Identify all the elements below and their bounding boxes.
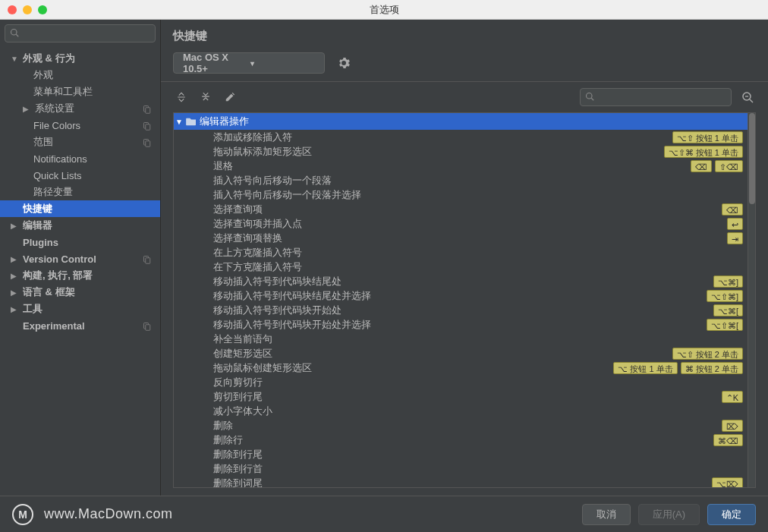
shortcut-chip: ⌘ 按钮 2 单击 [681, 362, 743, 374]
keymap-settings-button[interactable] [334, 53, 354, 73]
svg-rect-7 [146, 140, 150, 146]
action-row[interactable]: 插入符号向后移动一个段落 [174, 173, 748, 187]
sidebar-item-label: Plugins [23, 237, 142, 248]
sidebar-item-11[interactable]: Plugins [0, 234, 160, 250]
action-row[interactable]: 剪切到行尾⌃K [174, 389, 748, 404]
sidebar-item-13[interactable]: 构建, 执行, 部署 [0, 267, 160, 284]
scrollbar-thumb[interactable] [749, 113, 755, 204]
sidebar-item-label: 工具 [23, 302, 142, 316]
actions-search-input[interactable] [580, 88, 732, 106]
action-row[interactable]: 删除到行首 [174, 461, 748, 476]
action-label: 删除行 [174, 433, 713, 447]
watermark-text: www.MacDown.com [44, 506, 173, 522]
search-icon [10, 28, 19, 39]
keymap-select[interactable]: Mac OS X 10.5+ ▾ [173, 52, 325, 74]
shortcut-chip: ⇥ [727, 232, 743, 244]
svg-rect-3 [146, 107, 150, 113]
action-label: 删除到词尾 [174, 477, 712, 488]
action-row[interactable]: 在上方克隆插入符号 [174, 245, 748, 260]
action-label: 删除到行尾 [174, 448, 743, 461]
action-row[interactable]: 移动插入符号到代码块结尾处⌥⌘] [174, 274, 748, 288]
action-row[interactable]: 选择查询项⌫ [174, 202, 748, 216]
action-label: 剪切到行尾 [174, 390, 722, 404]
find-by-shortcut-button[interactable] [739, 89, 756, 105]
sidebar-item-label: 外观 [33, 68, 142, 82]
page-title: 快捷键 [173, 29, 756, 43]
action-row[interactable]: 移动插入符号到代码块开始处并选择⌥⇧⌘[ [174, 317, 748, 332]
action-row[interactable]: 添加或移除插入符⌥⇧ 按钮 1 单击 [174, 130, 748, 144]
sidebar-item-2[interactable]: 菜单和工具栏 [0, 83, 160, 100]
sidebar-item-8[interactable]: 路径变量 [0, 184, 160, 200]
zoom-window-button[interactable] [38, 5, 47, 14]
sidebar-search-field[interactable] [22, 28, 150, 39]
close-window-button[interactable] [8, 5, 17, 14]
action-row[interactable]: 删除行⌘⌫ [174, 433, 748, 447]
tree-arrow-icon: ▼ [174, 118, 184, 126]
action-label: 选择查询项并插入点 [174, 217, 727, 231]
action-group-header[interactable]: ▼编辑器操作 [174, 113, 748, 130]
expand-all-button[interactable] [173, 89, 190, 105]
sidebar-item-9[interactable]: 快捷键 [0, 200, 160, 217]
settings-content: 快捷键 Mac OS X 10.5+ ▾ [161, 20, 768, 496]
divider [161, 81, 768, 82]
sidebar-item-10[interactable]: 编辑器 [0, 217, 160, 234]
actions-list[interactable]: ▼编辑器操作添加或移除插入符⌥⇧ 按钮 1 单击拖动鼠标添加矩形选区⌥⇧⌘ 按钮… [174, 113, 748, 487]
collapse-all-button[interactable] [197, 89, 214, 105]
sidebar-item-7[interactable]: Quick Lists [0, 167, 160, 184]
settings-tree[interactable]: 外观 & 行为外观菜单和工具栏系统设置File Colors范围Notifica… [0, 47, 160, 496]
apply-button[interactable]: 应用(A) [638, 504, 700, 525]
action-row[interactable]: 选择查询项替换⇥ [174, 231, 748, 245]
action-row[interactable]: 插入符号向后移动一个段落并选择 [174, 187, 748, 202]
action-label: 退格 [174, 159, 691, 173]
scrollbar[interactable] [748, 113, 755, 487]
tree-arrow-icon [11, 255, 20, 263]
sidebar-item-label: 外观 & 行为 [23, 52, 142, 65]
action-row[interactable]: 拖动鼠标创建矩形选区⌥ 按钮 1 单击⌘ 按钮 2 单击 [174, 360, 748, 375]
action-row[interactable]: 删除⌦ [174, 418, 748, 433]
action-row[interactable]: 删除到行尾 [174, 447, 748, 461]
sidebar-item-15[interactable]: 工具 [0, 301, 160, 317]
action-row[interactable]: 拖动鼠标添加矩形选区⌥⇧⌘ 按钮 1 单击 [174, 144, 748, 159]
action-label: 移动插入符号到代码块开始处 [174, 304, 713, 317]
action-row[interactable]: 反向剪切行 [174, 375, 748, 389]
sidebar-item-1[interactable]: 外观 [0, 67, 160, 83]
sidebar-item-14[interactable]: 语言 & 框架 [0, 284, 160, 301]
sidebar-item-16[interactable]: Experimental [0, 317, 160, 334]
shortcut-chip: ⌫ [722, 203, 743, 216]
sidebar-item-12[interactable]: Version Control [0, 250, 160, 267]
sidebar-item-label: 快捷键 [23, 202, 142, 216]
minimize-window-button[interactable] [23, 5, 32, 14]
ok-button[interactable]: 确定 [707, 504, 756, 525]
shortcut-chip: ⌫ [691, 160, 712, 172]
sidebar-item-label: Version Control [23, 253, 142, 265]
action-row[interactable]: 退格⌫⇧⌫ [174, 159, 748, 173]
tree-arrow-icon [11, 272, 20, 280]
action-row[interactable]: 减小字体大小 [174, 404, 748, 418]
sidebar-item-0[interactable]: 外观 & 行为 [0, 50, 160, 67]
sidebar-item-4[interactable]: File Colors [0, 117, 160, 134]
actions-search-field[interactable] [597, 92, 726, 102]
shortcut-chip: ⌘⌫ [713, 434, 743, 446]
sidebar-item-3[interactable]: 系统设置 [0, 100, 160, 117]
action-row[interactable]: 在下方克隆插入符号 [174, 260, 748, 274]
svg-line-13 [591, 98, 593, 100]
cancel-button[interactable]: 取消 [582, 504, 631, 525]
action-row[interactable]: 移动插入符号到代码块开始处⌥⌘[ [174, 303, 748, 317]
action-label: 移动插入符号到代码块结尾处 [174, 275, 713, 288]
sidebar-item-5[interactable]: 范围 [0, 134, 160, 150]
action-row[interactable]: 选择查询项并插入点↩ [174, 216, 748, 231]
sidebar-item-label: 构建, 执行, 部署 [23, 269, 142, 282]
sidebar-item-6[interactable]: Notifications [0, 150, 160, 167]
action-row[interactable]: 移动插入符号到代码块结尾处并选择⌥⇧⌘] [174, 288, 748, 303]
sidebar-search-input[interactable] [5, 24, 156, 42]
sidebar-item-label: Experimental [23, 320, 142, 332]
action-row[interactable]: 删除到词尾⌥⌦ [174, 476, 748, 487]
find-shortcut-icon [741, 91, 754, 103]
shortcut-chip: ⌥⇧ 按钮 2 单击 [672, 348, 743, 360]
action-label: 在下方克隆插入符号 [174, 260, 743, 274]
action-label: 减小字体大小 [174, 405, 743, 418]
action-row[interactable]: 补全当前语句 [174, 332, 748, 346]
shortcut-chip: ⌥⇧ 按钮 1 单击 [672, 131, 743, 143]
action-row[interactable]: 创建矩形选区⌥⇧ 按钮 2 单击 [174, 346, 748, 360]
edit-shortcut-button[interactable] [222, 89, 238, 105]
